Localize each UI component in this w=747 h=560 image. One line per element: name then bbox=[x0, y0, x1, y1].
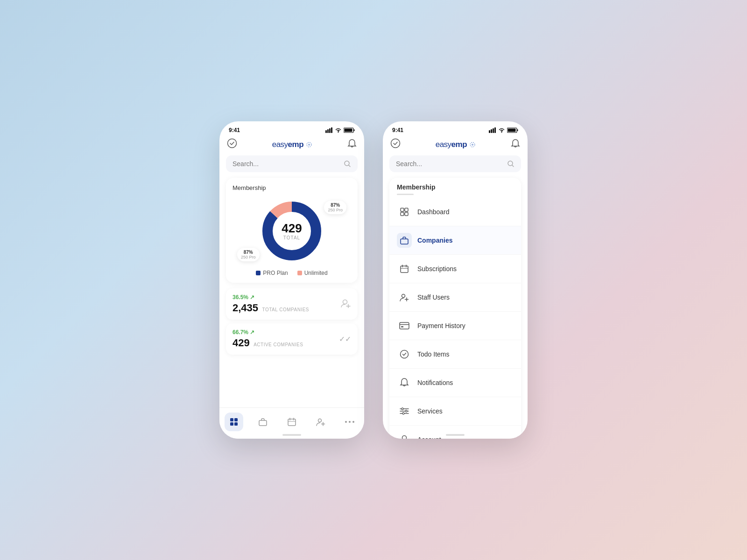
svg-rect-1 bbox=[327, 129, 329, 133]
double-check-icon[interactable]: ✓✓ bbox=[339, 335, 351, 343]
svg-point-66 bbox=[402, 408, 403, 410]
add-user-icon-1[interactable] bbox=[341, 299, 351, 310]
stats-card-active: 66.7% ↗ 429 ACTIVE COMPANIES ✓✓ bbox=[226, 323, 358, 355]
svg-rect-0 bbox=[325, 130, 327, 133]
badge-top-right: 87% 250 Pro bbox=[324, 201, 346, 214]
svg-rect-51 bbox=[401, 239, 408, 244]
staff-icon bbox=[397, 290, 412, 305]
menu-item-staff[interactable]: Staff Users bbox=[389, 283, 521, 312]
nav-companies[interactable] bbox=[254, 413, 272, 431]
svg-rect-21 bbox=[230, 422, 233, 426]
nav-companies-icon-wrapper bbox=[254, 413, 272, 431]
svg-point-44 bbox=[472, 144, 473, 146]
svg-rect-36 bbox=[493, 128, 494, 133]
nav-subscriptions[interactable] bbox=[282, 413, 301, 431]
legend-pro: PRO Plan bbox=[256, 270, 288, 276]
more-icon bbox=[345, 420, 354, 423]
menu-item-todo[interactable]: Todo Items bbox=[389, 340, 521, 369]
svg-rect-41 bbox=[508, 129, 516, 132]
badge-bottom-left: 87% 250 Pro bbox=[237, 248, 260, 261]
stats-card-total: 36.5% ↗ 2,435 TOTAL COMPANIES bbox=[226, 288, 358, 320]
donut-center: 429 TOTAL bbox=[282, 222, 302, 240]
calendar-icon bbox=[287, 417, 296, 427]
notifications-icon bbox=[397, 375, 412, 390]
chart-legend: PRO Plan Unlimited bbox=[233, 270, 351, 276]
users-icon bbox=[316, 417, 326, 427]
menu-item-subscriptions[interactable]: Subscriptions bbox=[389, 255, 521, 283]
companies-icon bbox=[397, 233, 412, 248]
legend-unlimited: Unlimited bbox=[297, 270, 328, 276]
check-icon-right[interactable] bbox=[390, 138, 401, 151]
total-label: TOTAL bbox=[282, 235, 302, 240]
logo-dots-left bbox=[306, 141, 312, 148]
briefcase-icon bbox=[258, 417, 268, 427]
svg-point-38 bbox=[501, 132, 502, 133]
account-label: Account bbox=[417, 436, 441, 439]
home-indicator-right bbox=[446, 434, 465, 436]
trend-arrow-1: ↗ bbox=[250, 294, 254, 301]
svg-point-62 bbox=[401, 350, 409, 358]
bell-icon-right[interactable] bbox=[511, 139, 520, 151]
svg-point-8 bbox=[228, 139, 237, 148]
svg-point-32 bbox=[349, 421, 351, 423]
battery-icon bbox=[344, 127, 355, 133]
svg-rect-40 bbox=[517, 129, 518, 131]
menu-divider bbox=[397, 194, 414, 195]
menu-item-payment[interactable]: Payment History bbox=[389, 312, 521, 340]
signal-icon bbox=[325, 127, 333, 133]
total-number: 429 bbox=[282, 222, 302, 234]
search-input-right[interactable] bbox=[396, 160, 503, 168]
menu-item-services[interactable]: Services bbox=[389, 397, 521, 426]
svg-point-10 bbox=[308, 144, 310, 146]
stats-active-percent: 66.7% ↗ bbox=[233, 329, 303, 336]
svg-rect-24 bbox=[288, 419, 296, 426]
nav-more-icon-wrapper bbox=[340, 413, 359, 431]
svg-point-56 bbox=[402, 294, 405, 298]
nav-dashboard[interactable] bbox=[225, 413, 243, 431]
search-bar-left[interactable] bbox=[226, 155, 358, 172]
payment-label: Payment History bbox=[417, 322, 465, 329]
nav-more[interactable] bbox=[340, 413, 359, 431]
svg-rect-7 bbox=[345, 129, 352, 132]
check-icon-left[interactable] bbox=[227, 138, 237, 151]
nav-staff[interactable] bbox=[311, 413, 330, 431]
svg-rect-47 bbox=[401, 208, 404, 211]
svg-rect-34 bbox=[489, 130, 490, 133]
status-icons-left bbox=[325, 127, 355, 133]
stats-total-info: 36.5% ↗ 2,435 TOTAL COMPANIES bbox=[233, 294, 309, 314]
svg-point-69 bbox=[402, 436, 407, 439]
payment-icon bbox=[397, 318, 412, 333]
svg-rect-22 bbox=[234, 422, 238, 426]
svg-rect-37 bbox=[494, 127, 496, 133]
svg-rect-6 bbox=[354, 129, 355, 131]
menu-section-title: Membership bbox=[397, 183, 514, 191]
svg-rect-19 bbox=[230, 418, 233, 421]
header-left: easyemp bbox=[219, 136, 364, 155]
bell-icon-left[interactable] bbox=[347, 139, 357, 151]
svg-point-4 bbox=[338, 132, 338, 133]
notifications-label: Notifications bbox=[417, 379, 453, 386]
header-right: easyemp bbox=[383, 136, 528, 155]
search-icon-right bbox=[507, 160, 514, 168]
donut-chart: 429 TOTAL 87% 250 Pro 87% 250 Pro bbox=[233, 196, 351, 266]
legend-dot-unlimited bbox=[297, 271, 302, 275]
stats-total-label: TOTAL COMPANIES bbox=[262, 307, 309, 312]
svg-rect-48 bbox=[405, 208, 408, 211]
search-icon-left bbox=[344, 160, 351, 168]
svg-rect-2 bbox=[329, 128, 331, 133]
search-bar-right[interactable] bbox=[389, 155, 521, 172]
todo-icon bbox=[397, 347, 412, 362]
dashboard-label: Dashboard bbox=[417, 208, 450, 216]
menu-item-account[interactable]: Account bbox=[389, 426, 521, 439]
battery-icon-right bbox=[507, 127, 518, 133]
menu-item-notifications[interactable]: Notifications bbox=[389, 369, 521, 397]
dashboard-icon bbox=[397, 204, 412, 219]
search-input-left[interactable] bbox=[233, 160, 340, 168]
trend-arrow-2: ↗ bbox=[250, 329, 254, 336]
right-phone: 9:41 bbox=[383, 121, 528, 439]
menu-item-dashboard[interactable]: Dashboard bbox=[389, 198, 521, 226]
membership-card: Membership 429 TOTAL 87% 250 Pro 87% bbox=[226, 178, 358, 283]
left-phone: 9:41 bbox=[219, 121, 364, 439]
menu-item-companies[interactable]: Companies bbox=[389, 226, 521, 255]
logo-right: easyemp bbox=[436, 140, 476, 149]
